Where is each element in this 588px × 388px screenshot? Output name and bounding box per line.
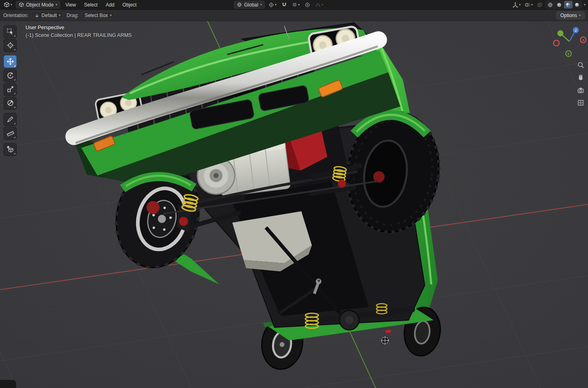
zoom-button[interactable]: [576, 60, 585, 69]
mode-label: Object Mode: [26, 2, 54, 8]
snap-target-icon: [292, 2, 297, 7]
chevron-down-icon: ▾: [11, 3, 12, 7]
orientation-global-icon: [237, 2, 242, 7]
solid-shading-icon: [556, 2, 562, 8]
rendered-shading-icon: [574, 2, 580, 8]
chevron-down-icon: ▾: [59, 14, 61, 17]
status-corner: [0, 380, 16, 388]
shading-solid-button[interactable]: [555, 1, 564, 9]
snap-toggle-button[interactable]: [280, 1, 288, 9]
shading-wireframe-button[interactable]: [546, 1, 555, 9]
toolbar: [4, 25, 17, 156]
active-object-breadcrumb: (-1) Scene Collection | REAR TRAILING AR…: [26, 32, 132, 39]
toggle-ortho-icon: [577, 99, 584, 106]
header-center: Global ▾ ▾: [234, 1, 324, 9]
transform-orientation-dropdown[interactable]: Global ▾: [234, 1, 265, 9]
options-button[interactable]: Options ▾: [556, 11, 585, 20]
drag-setting-value: Select Box: [84, 13, 108, 18]
gizmo-x-label: X: [582, 38, 584, 42]
select-box-icon: [6, 28, 14, 35]
tool-add-cube[interactable]: [4, 143, 17, 156]
orientation-setting-label: Orientation:: [3, 13, 28, 18]
tool-transform[interactable]: [4, 97, 17, 109]
proportional-editing-toggle[interactable]: [303, 1, 311, 9]
chevron-down-icon: ▾: [531, 3, 533, 7]
gizmo-axis-x-neg[interactable]: [553, 40, 559, 46]
shading-material-button[interactable]: [564, 1, 573, 9]
orientation-label: Global: [244, 2, 258, 8]
material-shading-icon: [565, 2, 571, 8]
tool-move[interactable]: [4, 55, 17, 68]
pan-hand-icon: [577, 74, 584, 81]
view-name: User Perspective: [26, 24, 132, 32]
chevron-down-icon: ▾: [110, 14, 112, 17]
falloff-icon: [315, 2, 321, 8]
menu-view[interactable]: View: [63, 1, 79, 9]
chevron-down-icon: ▾: [579, 14, 581, 17]
gizmo-toggle-icon: [512, 2, 518, 8]
chevron-down-icon: ▾: [56, 3, 57, 7]
menu-select[interactable]: Select: [81, 1, 100, 9]
pivot-point-dropdown[interactable]: ▾: [267, 1, 278, 9]
xray-toggle[interactable]: [536, 1, 544, 9]
mode-dropdown[interactable]: Object Mode ▾: [16, 1, 60, 9]
camera-view-icon: [577, 87, 584, 94]
annotate-icon: [6, 115, 14, 123]
tool-scale[interactable]: [4, 83, 17, 95]
header-right: ▾ ▾: [511, 0, 586, 9]
proportional-icon: [305, 2, 310, 8]
show-gizmo-dropdown[interactable]: ▾: [511, 1, 522, 9]
navigation-gizmo[interactable]: Z X Y: [552, 24, 586, 59]
tool-rotate[interactable]: [4, 69, 17, 82]
proportional-falloff-dropdown[interactable]: ▾: [314, 1, 324, 9]
chevron-down-icon: ▾: [519, 3, 521, 7]
header-left: ▾ Object Mode ▾ View Select Add Object: [2, 1, 139, 9]
camera-view-button[interactable]: [576, 85, 585, 95]
drag-setting-label: Drag:: [67, 13, 78, 18]
overlays-icon: [525, 2, 530, 8]
editor-type-button[interactable]: ▾: [2, 1, 13, 9]
orientation-setting-value: Default: [41, 13, 57, 18]
snap-target-dropdown[interactable]: ▾: [291, 1, 301, 9]
options-label: Options: [560, 13, 577, 18]
drag-mode-dropdown[interactable]: Select Box ▾: [82, 11, 114, 19]
menu-add[interactable]: Add: [103, 1, 117, 9]
show-overlays-dropdown[interactable]: ▾: [523, 1, 534, 9]
viewport-header: ▾ Object Mode ▾ View Select Add Object: [0, 0, 588, 10]
chevron-down-icon: ▾: [322, 3, 323, 7]
gizmo-axis-y-pos[interactable]: [558, 30, 564, 37]
editor-type-icon: [4, 2, 10, 8]
gizmo-y-label: Y: [567, 52, 570, 56]
tool-cursor[interactable]: [4, 39, 17, 52]
move-icon: [6, 58, 14, 65]
shading-mode-group: [545, 0, 582, 9]
tool-settings-bar: Orientation: Default ▾ Drag: Select Box …: [0, 10, 588, 21]
toggle-ortho-button[interactable]: [576, 98, 585, 107]
viewport-canvas[interactable]: [0, 21, 588, 388]
tool-annotate[interactable]: [4, 113, 17, 126]
chevron-down-icon: ▾: [298, 3, 300, 7]
scale-icon: [6, 85, 14, 93]
shading-popover-chevron[interactable]: ▾: [584, 3, 586, 7]
shading-rendered-button[interactable]: [573, 1, 582, 9]
cube-icon: [19, 2, 24, 7]
measure-icon: [6, 129, 14, 137]
blender-window: ▾ Object Mode ▾ View Select Add Object: [0, 0, 588, 388]
tool-select-box[interactable]: [4, 25, 17, 38]
cursor-icon: [6, 41, 14, 49]
pivot-icon: [268, 2, 274, 8]
xray-icon: [537, 2, 543, 8]
tool-measure[interactable]: [4, 127, 17, 139]
axes-icon: [35, 13, 39, 18]
add-cube-icon: [6, 145, 14, 153]
zoom-icon: [577, 61, 584, 69]
menu-object[interactable]: Object: [120, 1, 140, 9]
pan-button[interactable]: [576, 73, 585, 82]
gizmo-z-label: Z: [575, 28, 577, 33]
drag-orientation-dropdown[interactable]: Default ▾: [32, 11, 63, 19]
transform-icon: [6, 99, 14, 107]
chevron-down-icon: ▾: [260, 3, 262, 7]
chevron-down-icon: ▾: [275, 3, 277, 7]
viewport-rail: [576, 60, 585, 107]
rotate-icon: [6, 72, 14, 79]
